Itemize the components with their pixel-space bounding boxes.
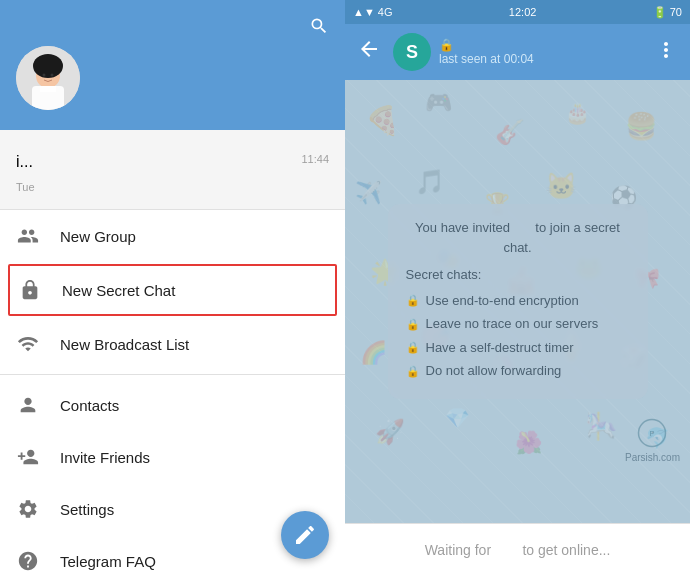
menu-item-new-broadcast[interactable]: New Broadcast List (0, 318, 345, 370)
right-battery-icon: 🔋 (653, 6, 667, 19)
info-bubble-title: You have invited to join a secret chat. (406, 218, 630, 257)
right-panel: ▲▼ 4G 12:02 🔋 70 S 🔒 last seen at 00:04 (345, 0, 690, 575)
chat-body: 🍕 🎮 🎸 🎂 🍔 ✈️ 🎵 🏆 🐱 ⚽ 🌟 🎭 🎪 🐸 🎀 🌈 🎯 🦄 🍦 (345, 80, 690, 523)
to-get-online-label: to get online... (522, 542, 610, 558)
lock-icon-1: 🔒 (406, 292, 420, 309)
info-feature-1: 🔒 Use end-to-end encryption (406, 291, 630, 311)
avatar-image (16, 46, 80, 110)
search-icon-top[interactable] (309, 16, 329, 41)
menu-item-new-group[interactable]: New Group (0, 210, 345, 262)
right-network-icon: 4G (378, 6, 393, 18)
new-secret-chat-label: New Secret Chat (62, 282, 175, 299)
waiting-for-label: Waiting for (425, 542, 491, 558)
compose-fab[interactable] (281, 511, 329, 559)
left-header (0, 0, 345, 130)
chat-day-divider: Tue (0, 179, 345, 195)
waiting-text: Waiting for to get online... (357, 542, 678, 558)
info-bubble: You have invited to join a secret chat. … (388, 204, 648, 399)
chat-list-preview[interactable]: i... 11:44 Tue (0, 130, 345, 210)
menu-item-contacts[interactable]: Contacts (0, 379, 345, 431)
svg-point-3 (33, 54, 63, 78)
invite-friends-label: Invite Friends (60, 449, 150, 466)
chat-preview-item: i... 11:44 (0, 145, 345, 179)
svg-rect-4 (40, 86, 56, 92)
menu-divider-1 (0, 374, 345, 375)
feature-text-4: Do not allow forwarding (426, 361, 562, 381)
svg-point-6 (51, 74, 54, 77)
broadcast-icon (16, 332, 40, 356)
chat-name-row: 🔒 (439, 38, 642, 52)
right-signal-icons: ▲▼ 4G (353, 6, 392, 18)
lock-icon-2: 🔒 (406, 316, 420, 333)
svg-point-5 (43, 74, 46, 77)
right-status-bar: ▲▼ 4G 12:02 🔋 70 (345, 0, 690, 24)
info-feature-4: 🔒 Do not allow forwarding (406, 361, 630, 381)
svg-text:P: P (650, 429, 655, 438)
chat-input-bar: Waiting for to get online... (345, 523, 690, 575)
info-feature-3: 🔒 Have a self-destruct timer (406, 338, 630, 358)
chat-preview-text: i... (16, 153, 33, 171)
menu-item-new-secret-chat[interactable]: New Secret Chat (8, 264, 337, 316)
avatar-svg (16, 46, 80, 110)
lock-icon-3: 🔒 (406, 339, 420, 356)
settings-icon (16, 497, 40, 521)
chat-info: 🔒 last seen at 00:04 (439, 38, 642, 66)
chat-preview-time: 11:44 (301, 153, 329, 165)
info-bubble-section: Secret chats: (406, 265, 630, 285)
chat-avatar: S (393, 33, 431, 71)
faq-label: Telegram FAQ (60, 553, 156, 570)
lock-menu-icon (18, 278, 42, 302)
right-battery-pct: 70 (670, 6, 682, 18)
right-header: S 🔒 last seen at 00:04 (345, 24, 690, 80)
group-icon (16, 224, 40, 248)
feature-text-3: Have a self-destruct timer (426, 338, 574, 358)
right-signal-icon: ▲▼ (353, 6, 375, 18)
parsish-watermark: P Parsish.com (625, 418, 680, 463)
left-panel: ▲▼ H+ 11:48 🔋 78 (0, 0, 345, 575)
feature-text-1: Use end-to-end encryption (426, 291, 579, 311)
more-options-button[interactable] (650, 34, 682, 71)
menu-item-invite-friends[interactable]: Invite Friends (0, 431, 345, 483)
chat-status: last seen at 00:04 (439, 52, 642, 66)
parsish-url: Parsish.com (625, 452, 680, 463)
new-broadcast-label: New Broadcast List (60, 336, 189, 353)
new-group-label: New Group (60, 228, 136, 245)
lock-icon-4: 🔒 (406, 363, 420, 380)
chat-lock-icon: 🔒 (439, 38, 454, 52)
right-battery-area: 🔋 70 (653, 6, 682, 19)
parsish-logo-svg: P (637, 418, 667, 448)
invite-icon (16, 445, 40, 469)
contacts-icon (16, 393, 40, 417)
settings-label: Settings (60, 501, 114, 518)
contacts-label: Contacts (60, 397, 119, 414)
back-button[interactable] (353, 33, 385, 71)
feature-text-2: Leave no trace on our servers (426, 314, 599, 334)
info-feature-2: 🔒 Leave no trace on our servers (406, 314, 630, 334)
waiting-name (495, 542, 518, 558)
faq-icon (16, 549, 40, 573)
avatar (16, 46, 80, 110)
right-time: 12:02 (509, 6, 537, 18)
